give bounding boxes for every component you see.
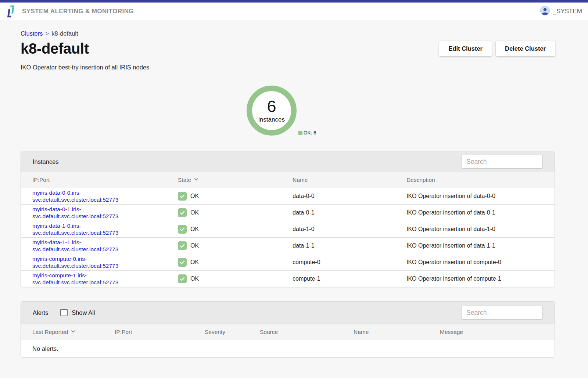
breadcrumb-current: k8-default <box>51 30 78 37</box>
instances-table-body: myiris-data-0-0.iris-svc.default.svc.clu… <box>21 188 555 287</box>
table-row: myiris-data-0-1.iris-svc.default.svc.clu… <box>21 204 555 221</box>
ok-check-icon <box>178 208 187 217</box>
column-header-alert-name[interactable]: Name <box>354 329 440 335</box>
user-name: _SYSTEM <box>553 8 582 15</box>
column-header-last-reported[interactable]: Last Reported <box>32 329 115 335</box>
table-row: myiris-data-1-0.iris-svc.default.svc.clu… <box>21 221 555 237</box>
state-label: OK <box>190 209 199 216</box>
column-header-state[interactable]: State <box>178 177 293 183</box>
legend-ok-swatch <box>298 131 302 135</box>
page-title: k8-default <box>21 40 89 57</box>
instance-link[interactable]: myiris-data-1-0.iris-svc.default.svc.clu… <box>32 222 133 236</box>
instance-description: IKO Operator insertion of data-0-0 <box>406 193 555 199</box>
breadcrumb: Clusters>k8-default <box>21 30 555 37</box>
instance-name: compute-0 <box>293 259 406 266</box>
delete-cluster-button[interactable]: Delete Cluster <box>496 41 555 56</box>
instance-link[interactable]: myiris-compute-1.iris-svc.default.svc.cl… <box>32 272 133 286</box>
instances-search-input[interactable] <box>462 155 543 169</box>
legend-ok-label: OK: 6 <box>304 130 316 136</box>
chevron-down-icon <box>194 177 199 183</box>
donut-ring: 6 instances <box>247 86 297 136</box>
donut-center-label: instances <box>258 116 285 123</box>
instances-panel: Instances IP:Port State Name Description… <box>21 151 555 287</box>
column-header-alert-ip-port[interactable]: IP:Port <box>115 329 205 335</box>
column-header-name[interactable]: Name <box>293 177 406 183</box>
alerts-panel: Alerts Show All Last Reported IP:Port Se… <box>21 301 555 358</box>
instance-description: IKO Operator insertion of data-1-0 <box>406 226 555 233</box>
brand-color-strip <box>0 0 588 3</box>
state-label: OK <box>190 193 199 199</box>
chart-legend: OK: 6 <box>298 130 316 136</box>
ok-check-icon <box>178 274 187 283</box>
app-title: SYSTEM ALERTING & MONITORING <box>22 8 134 15</box>
instance-link[interactable]: myiris-data-1-1.iris-svc.default.svc.clu… <box>32 239 133 253</box>
breadcrumb-separator: > <box>46 30 49 37</box>
state-label: OK <box>190 276 199 282</box>
instance-description: IKO Operator insertion of compute-1 <box>406 276 555 282</box>
table-row: myiris-compute-0.iris-svc.default.svc.cl… <box>21 254 555 270</box>
column-header-ip-port[interactable]: IP:Port <box>32 177 178 183</box>
app-header: SYSTEM ALERTING & MONITORING _SYSTEM <box>0 3 588 20</box>
breadcrumb-clusters-link[interactable]: Clusters <box>21 30 43 37</box>
ok-check-icon <box>178 241 187 250</box>
main-content: Clusters>k8-default k8-default Edit Clus… <box>21 30 555 358</box>
instance-description: IKO Operator insertion of compute-0 <box>406 259 555 266</box>
state-label: OK <box>190 226 199 233</box>
instances-donut-chart: 6 instances OK: 6 <box>21 86 555 137</box>
ok-check-icon <box>178 258 187 267</box>
instances-panel-title: Instances <box>33 158 59 165</box>
column-header-message[interactable]: Message <box>440 329 555 335</box>
instance-link[interactable]: myiris-data-0-1.iris-svc.default.svc.clu… <box>32 206 133 220</box>
instance-link[interactable]: myiris-data-0-0.iris-svc.default.svc.clu… <box>32 189 133 203</box>
table-row: myiris-data-0-0.iris-svc.default.svc.clu… <box>21 188 555 204</box>
instance-name: data-0-0 <box>293 193 406 199</box>
table-row: myiris-data-1-1.iris-svc.default.svc.clu… <box>21 237 555 254</box>
column-header-source[interactable]: Source <box>260 329 354 335</box>
instance-link[interactable]: myiris-compute-0.iris-svc.default.svc.cl… <box>32 255 133 269</box>
donut-center-value: 6 <box>267 98 276 115</box>
ok-check-icon <box>178 225 187 234</box>
user-avatar-icon <box>540 6 550 17</box>
state-label: OK <box>190 259 199 266</box>
instance-description: IKO Operator insertion of data-0-1 <box>406 209 555 216</box>
edit-cluster-button[interactable]: Edit Cluster <box>439 41 492 56</box>
alerts-panel-title: Alerts <box>33 309 48 316</box>
show-all-checkbox[interactable] <box>60 309 68 316</box>
no-alerts-message: No alerts. <box>21 340 555 357</box>
instance-name: compute-1 <box>293 276 406 282</box>
state-label: OK <box>190 242 199 249</box>
instance-name: data-0-1 <box>293 209 406 216</box>
user-menu[interactable]: _SYSTEM <box>540 6 582 17</box>
show-all-label: Show All <box>72 309 95 316</box>
alerts-search-input[interactable] <box>462 306 543 320</box>
column-header-description[interactable]: Description <box>406 177 555 183</box>
chevron-down-icon <box>71 329 76 335</box>
column-header-severity[interactable]: Severity <box>205 329 260 335</box>
instance-name: data-1-1 <box>293 242 406 249</box>
instance-name: data-1-0 <box>293 226 406 233</box>
instance-description: IKO Operator insertion of data-1-1 <box>406 242 555 249</box>
table-row: myiris-compute-1.iris-svc.default.svc.cl… <box>21 270 555 287</box>
page-subtitle: IKO Operator best-try insertion of all I… <box>21 64 555 71</box>
app-logo-icon <box>6 5 15 18</box>
ok-check-icon <box>178 192 187 201</box>
